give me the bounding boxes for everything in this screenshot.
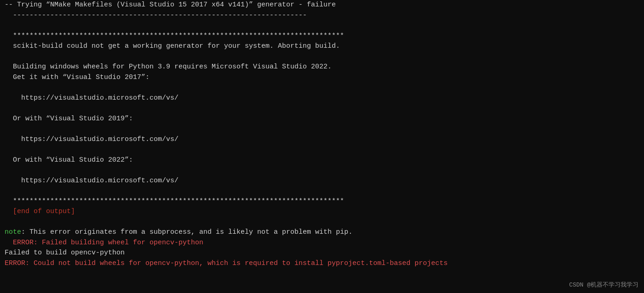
terminal-line-13: [5, 124, 639, 135]
terminal-line-16: Or with “Visual Studio 2022”:: [5, 155, 639, 166]
terminal-line-22: [5, 217, 639, 228]
watermark: CSDN @机器不学习我学习: [569, 281, 638, 290]
terminal-line-9: [5, 83, 639, 93]
terminal-line-23: note: This error originates from a subpr…: [5, 227, 639, 238]
terminal-line-21: [end of output]: [5, 207, 639, 217]
terminal-line-20: ****************************************…: [5, 197, 639, 207]
terminal-line-17: [5, 165, 639, 176]
terminal-line-15: [5, 145, 639, 155]
terminal-window: -- Trying “NMake Makefiles (Visual Studi…: [0, 0, 644, 293]
terminal-line-18: https://visualstudio.microsoft.com/vs/: [5, 176, 639, 186]
terminal-line-19: [5, 186, 639, 197]
terminal-line-12: Or with “Visual Studio 2019”:: [5, 114, 639, 124]
terminal-line-25: Failed to build opencv-python: [5, 248, 639, 259]
terminal-line-4: ****************************************…: [5, 31, 639, 42]
terminal-line-14: https://visualstudio.microsoft.com/vs/: [5, 135, 639, 145]
terminal-line-11: [5, 103, 639, 114]
terminal-line-10: https://visualstudio.microsoft.com/vs/: [5, 93, 639, 104]
terminal-line-6: [5, 52, 639, 62]
terminal-line-5: scikit-build could not get a working gen…: [5, 41, 639, 52]
note-content: : This error originates from a subproces…: [21, 228, 352, 236]
terminal-line-24: ERROR: Failed building wheel for opencv-…: [5, 238, 639, 248]
terminal-line-3: [5, 21, 639, 31]
terminal-line-8: Get it with “Visual Studio 2017”:: [5, 73, 639, 83]
terminal-line-26: ERROR: Could not build wheels for opencv…: [5, 259, 639, 269]
note-prefix: note: [5, 228, 21, 236]
terminal-line-2: ----------------------------------------…: [5, 11, 639, 21]
terminal-line-1: -- Trying “NMake Makefiles (Visual Studi…: [5, 0, 639, 11]
terminal-line-7: Building windows wheels for Python 3.9 r…: [5, 62, 639, 73]
